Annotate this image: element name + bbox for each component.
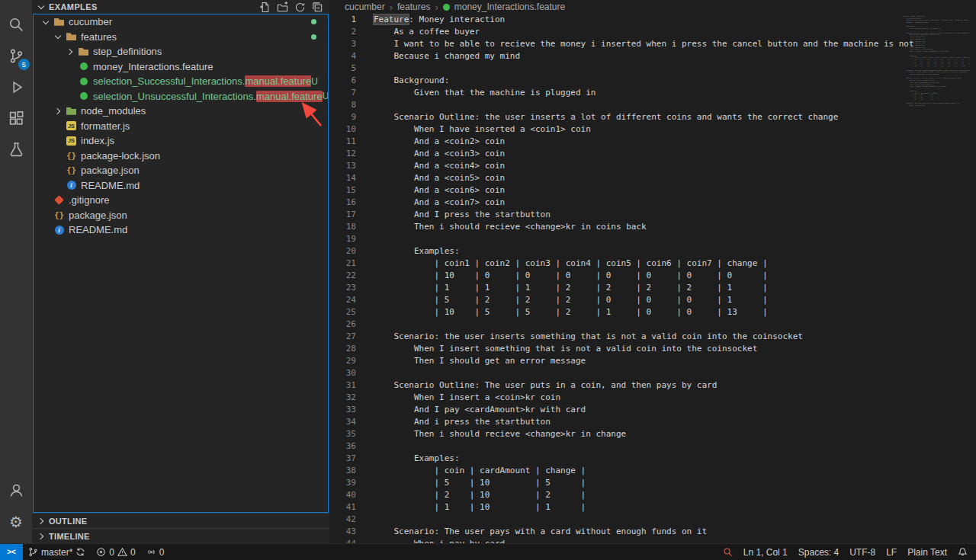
new-folder-icon[interactable] [274,0,290,14]
code-line[interactable]: 8 [329,99,976,111]
code-line[interactable]: 23 | 1 | 1 | 1 | 2 | 2 | 2 | 2 | 1 | [329,282,976,294]
tree-file-money_Interactions-feature[interactable]: money_Interactions.feature [34,59,328,75]
run-debug-icon[interactable] [0,72,32,103]
code-line[interactable]: 1Feature: Money interaction [329,14,976,26]
code-line[interactable]: 37 Examples: [329,453,976,465]
tree-folder-features[interactable]: features [34,30,328,45]
code-line[interactable]: 33 And I pay <cardAmount>kr with card [329,404,976,416]
tree-file-package-lock-json[interactable]: package-lock.json [34,149,328,164]
git-branch-status[interactable]: master* [23,544,91,560]
code-line[interactable]: 16 And a <coin7> coin [329,197,976,209]
code-line[interactable]: 31 Scenario Outline: The user puts in a … [329,379,976,392]
outline-section-header[interactable]: OUTLINE [32,513,329,528]
tree-file-selection_Unsuccessful_Interactions[interactable]: selection_Unsuccessful_Interactions.manu… [34,89,328,104]
code-line[interactable]: 30 [329,367,976,379]
code-line[interactable]: 39 | 5 | 10 | 5 | [329,477,976,489]
code-line[interactable]: 26 [329,318,976,331]
collapse-all-icon[interactable] [310,0,325,14]
code-line[interactable]: 14 And a <coin5> coin [329,172,976,184]
broadcast-status[interactable]: 0 [141,544,170,560]
accounts-icon[interactable] [0,475,32,506]
code-line[interactable]: 28 When I insert something that is not a… [329,343,976,355]
code-line[interactable]: 40 | 2 | 10 | 2 | [329,489,976,501]
code-line[interactable]: 11 And a <coin2> coin [329,136,976,148]
code-line[interactable]: 17 And I press the startbutton [329,209,976,221]
code-line[interactable]: 13 And a <coin4> coin [329,160,976,172]
tree-file-index-js[interactable]: index.js [34,133,328,149]
problems-status[interactable]: 0 0 [91,544,140,560]
explorer-section-header[interactable]: EXAMPLES [32,0,329,14]
breadcrumb-item-file[interactable]: money_Interactions.feature [454,2,565,12]
code-editor[interactable]: 1Feature: Money interaction2 As a coffee… [329,14,976,543]
code-line[interactable]: 27 Scenario: the user inserts something … [329,331,976,343]
search-icon[interactable] [0,9,32,40]
settings-gear-icon[interactable]: ⚙ [0,506,32,537]
tree-file-package-json[interactable]: package.json [34,163,328,178]
line-number: 44 [329,538,356,543]
eol-status[interactable]: LF [881,544,902,560]
code-line[interactable]: 4 Because i changed my mind [329,50,976,62]
code-line[interactable]: 3 I want to be able to recieve the money… [329,38,976,50]
code-line[interactable]: 34 And i press the startbutton [329,416,976,428]
language-mode[interactable]: Plain Text [902,544,952,560]
vscode-window: 5 ⚙ EXAMPLES [0,0,976,543]
code-line[interactable]: 20 Examples: [329,245,976,258]
tree-folder-cucumber[interactable]: cucumber [34,14,328,30]
code-line[interactable]: 35 Then i should recieve <change>kr in c… [329,428,976,440]
folder-icon [77,46,90,58]
code-line[interactable]: 10 When I have inserted a <coin1> coin [329,123,976,136]
tree-file-README-md[interactable]: README.md [34,178,328,194]
tree-folder-step_definitions[interactable]: step_definitions [34,44,328,59]
tree-file-package-json[interactable]: package.json [34,208,328,223]
new-file-icon[interactable] [257,0,272,14]
code-line[interactable]: 25 | 10 | 5 | 5 | 2 | 1 | 0 | 0 | 13 | [329,306,976,318]
code-line[interactable]: 38 | coin | cardAmount | change | [329,465,976,477]
indentation-status[interactable]: Spaces: 4 [793,544,844,560]
line-content: Examples: [356,245,460,258]
code-line[interactable]: 43 Scenario: The user pays with a card w… [329,526,976,538]
tree-item-label: selection_Unsuccessful_Interactions.manu… [93,91,323,102]
breadcrumb-item-folder[interactable]: features [397,2,430,12]
code-line[interactable]: 12 And a <coin3> coin [329,148,976,160]
line-number: 25 [329,306,356,318]
folder-green-icon [65,105,78,117]
code-line[interactable]: 5 [329,62,976,75]
tree-file--gitignore[interactable]: .gitignore [34,193,328,208]
source-control-icon[interactable]: 5 [0,40,32,72]
code-line[interactable]: 9 Scenario Outline: the user inserts a l… [329,111,976,123]
zoom-indicator[interactable] [718,544,738,560]
cursor-position[interactable]: Ln 1, Col 1 [738,544,793,560]
code-line[interactable]: 24 | 5 | 2 | 2 | 2 | 0 | 0 | 0 | 1 | [329,294,976,306]
code-line[interactable]: 21 | coin1 | coin2 | coin3 | coin4 | coi… [329,258,976,270]
code-line[interactable]: 42 [329,514,976,526]
extensions-icon[interactable] [0,103,32,134]
tree-file-selection_Successful_Interactions[interactable]: selection_Successful_Interactions.manual… [34,74,328,89]
code-line[interactable]: 36 [329,440,976,453]
tree-item-label: .gitignore [69,194,109,206]
line-number: 30 [329,367,356,379]
testing-icon[interactable] [0,134,32,165]
tree-folder-node_modules[interactable]: node_modules [34,104,328,119]
code-line[interactable]: 6 Background: [329,75,976,87]
code-line[interactable]: 22 | 10 | 0 | 0 | 0 | 0 | 0 | 0 | 0 | [329,270,976,282]
notifications-bell[interactable] [952,544,973,560]
code-line[interactable]: 2 As a coffee buyer [329,26,976,38]
line-number: 6 [329,75,356,87]
code-line[interactable]: 7 Given that the machine is plugged in [329,87,976,99]
code-line[interactable]: 18 Then i should recieve <change>kr in c… [329,221,976,233]
minimap[interactable]: Feature: Money interaction As a coffee b… [903,15,970,503]
code-line[interactable]: 29 Then I should get an error message [329,355,976,367]
code-line[interactable]: 44 When i pay by card [329,538,976,543]
tree-file-formatter-js[interactable]: formatter.js [34,119,328,134]
code-line[interactable]: 19 [329,233,976,245]
refresh-icon[interactable] [292,0,307,14]
timeline-section-header[interactable]: TIMELINE [32,528,329,543]
code-line[interactable]: 15 And a <coin6> coin [329,184,976,197]
remote-indicator[interactable]: >< [0,544,23,560]
js-icon [65,120,78,132]
tree-file-README-md[interactable]: README.md [34,222,328,238]
encoding-status[interactable]: UTF-8 [844,544,881,560]
breadcrumb-item-folder[interactable]: cucumber [345,2,385,12]
code-line[interactable]: 41 | 1 | 10 | 1 | [329,501,976,514]
code-line[interactable]: 32 When I insert a <coin>kr coin [329,392,976,404]
